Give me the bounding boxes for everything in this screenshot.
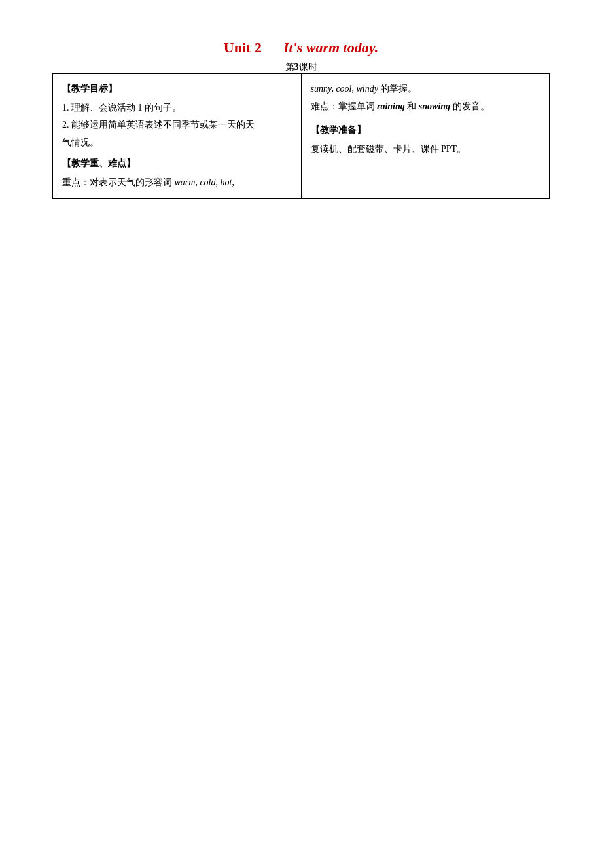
- section2-title: 【教学重、难点】: [62, 155, 292, 173]
- objective-item1: 1. 理解、会说活动 1 的句子。: [62, 99, 292, 117]
- prep-items: 复读机、配套磁带、卡片、课件 PPT。: [311, 141, 540, 158]
- section1-title: 【教学目标】: [62, 81, 292, 98]
- right-line1: sunny, cool, windy 的掌握。: [311, 81, 540, 98]
- section3-title: 【教学准备】: [311, 122, 540, 139]
- lesson-label: 第3课时: [52, 62, 550, 73]
- content-table: 【教学目标】 1. 理解、会说活动 1 的句子。 2. 能够运用简单英语表述不同…: [52, 73, 550, 199]
- objective-item2-line1: 2. 能够运用简单英语表述不同季节或某一天的天: [62, 117, 292, 134]
- right-line2: 难点：掌握单词 raining 和 snowing 的发音。: [311, 98, 540, 116]
- left-column: 【教学目标】 1. 理解、会说活动 1 的句子。 2. 能够运用简单英语表述不同…: [53, 74, 302, 199]
- right-column: sunny, cool, windy 的掌握。 难点：掌握单词 raining …: [301, 74, 550, 199]
- page-title: Unit 2 It's warm today.: [52, 39, 550, 56]
- emphasis-line: 重点：对表示天气的形容词 warm, cold, hot,: [62, 174, 292, 192]
- objective-item2-line2: 气情况。: [62, 134, 292, 152]
